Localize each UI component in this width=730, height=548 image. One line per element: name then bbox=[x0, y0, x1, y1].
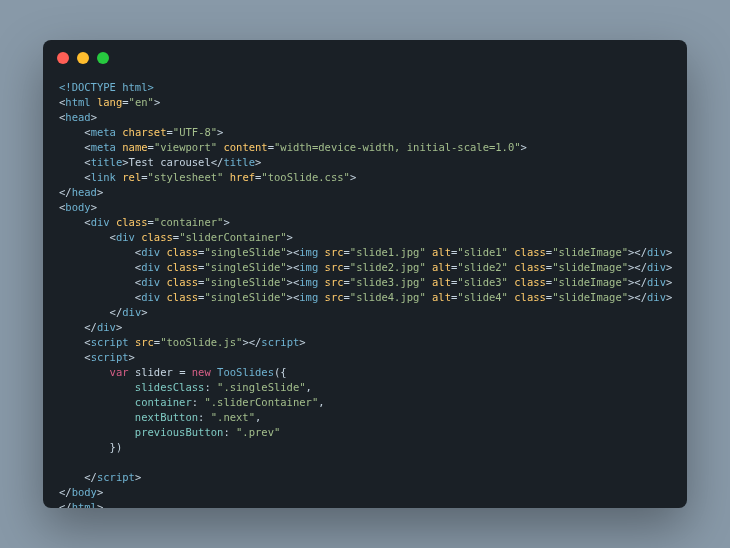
code-window: <!DOCTYPE html> <html lang="en"> <head> … bbox=[43, 40, 687, 508]
code-token: "slideImage" bbox=[552, 291, 628, 303]
code-token: div bbox=[141, 276, 160, 288]
code-token: <!DOCTYPE html> bbox=[59, 81, 154, 93]
code-token: class bbox=[166, 276, 198, 288]
code-token: "slideImage" bbox=[552, 261, 628, 273]
minimize-icon[interactable] bbox=[77, 52, 89, 64]
code-token: "tooSlide.js" bbox=[160, 336, 242, 348]
code-token: ".next" bbox=[211, 411, 255, 423]
code-token: title bbox=[223, 156, 255, 168]
code-token: "singleSlide" bbox=[204, 276, 286, 288]
code-token: name bbox=[122, 141, 147, 153]
code-token: meta bbox=[91, 141, 116, 153]
code-token: "UTF-8" bbox=[173, 126, 217, 138]
code-token: "slide1.jpg" bbox=[350, 246, 426, 258]
code-token: src bbox=[325, 246, 344, 258]
code-token: div bbox=[647, 261, 666, 273]
code-token: "en" bbox=[129, 96, 154, 108]
code-token: rel bbox=[122, 171, 141, 183]
code-token: img bbox=[299, 276, 318, 288]
code-token: Test carousel bbox=[129, 156, 211, 168]
code-token: class bbox=[166, 261, 198, 273]
code-token: script bbox=[261, 336, 299, 348]
code-token: script bbox=[97, 471, 135, 483]
code-token: "singleSlide" bbox=[204, 246, 286, 258]
code-token: "sliderContainer" bbox=[179, 231, 286, 243]
code-token: class bbox=[514, 246, 546, 258]
code-token: "container" bbox=[154, 216, 224, 228]
zoom-icon[interactable] bbox=[97, 52, 109, 64]
code-token: "stylesheet" bbox=[148, 171, 224, 183]
code-token: "width=device-width, initial-scale=1.0" bbox=[274, 141, 521, 153]
code-token: meta bbox=[91, 126, 116, 138]
code-token: div bbox=[116, 231, 135, 243]
code-token: "slide4" bbox=[457, 291, 508, 303]
code-token: link bbox=[91, 171, 116, 183]
code-token: src bbox=[325, 291, 344, 303]
code-token: body bbox=[65, 201, 90, 213]
code-token: content bbox=[223, 141, 267, 153]
code-token: ".sliderContainer" bbox=[204, 396, 318, 408]
code-token: src bbox=[135, 336, 154, 348]
code-token: slider bbox=[135, 366, 173, 378]
code-token: charset bbox=[122, 126, 166, 138]
code-token: title bbox=[91, 156, 123, 168]
code-token: "singleSlide" bbox=[204, 261, 286, 273]
code-token: TooSlides bbox=[217, 366, 274, 378]
code-token: class bbox=[514, 261, 546, 273]
code-token: img bbox=[299, 246, 318, 258]
code-token: div bbox=[91, 216, 110, 228]
code-content: <!DOCTYPE html> <html lang="en"> <head> … bbox=[43, 40, 687, 508]
code-token: alt bbox=[432, 246, 451, 258]
code-token: div bbox=[647, 291, 666, 303]
code-token: div bbox=[647, 276, 666, 288]
code-token: "tooSlide.css" bbox=[261, 171, 350, 183]
code-token: img bbox=[299, 261, 318, 273]
code-token: div bbox=[97, 321, 116, 333]
code-token: head bbox=[65, 111, 90, 123]
code-token: alt bbox=[432, 261, 451, 273]
code-token: script bbox=[91, 351, 129, 363]
code-token: class bbox=[166, 291, 198, 303]
code-token: class bbox=[116, 216, 148, 228]
code-token: class bbox=[166, 246, 198, 258]
code-token: html bbox=[65, 96, 90, 108]
code-token: nextButton bbox=[135, 411, 198, 423]
code-token: head bbox=[72, 186, 97, 198]
code-token: "slide3.jpg" bbox=[350, 276, 426, 288]
code-token: "slideImage" bbox=[552, 276, 628, 288]
code-token: img bbox=[299, 291, 318, 303]
code-token: src bbox=[325, 276, 344, 288]
code-token: "slide2" bbox=[457, 261, 508, 273]
code-token: div bbox=[141, 291, 160, 303]
code-token: lang bbox=[97, 96, 122, 108]
code-token: "slide2.jpg" bbox=[350, 261, 426, 273]
code-token: alt bbox=[432, 276, 451, 288]
code-token: div bbox=[122, 306, 141, 318]
code-token: "slide3" bbox=[457, 276, 508, 288]
code-token: href bbox=[230, 171, 255, 183]
code-token: class bbox=[141, 231, 173, 243]
code-token: src bbox=[325, 261, 344, 273]
code-token: class bbox=[514, 276, 546, 288]
code-token: ".singleSlide" bbox=[217, 381, 306, 393]
code-token: html bbox=[72, 501, 97, 508]
code-token: alt bbox=[432, 291, 451, 303]
code-token: slidesClass bbox=[135, 381, 205, 393]
code-token: script bbox=[91, 336, 129, 348]
code-token: "slide4.jpg" bbox=[350, 291, 426, 303]
code-token: body bbox=[72, 486, 97, 498]
code-token: class bbox=[514, 291, 546, 303]
close-icon[interactable] bbox=[57, 52, 69, 64]
code-token: new bbox=[192, 366, 211, 378]
code-token: previousButton bbox=[135, 426, 224, 438]
code-token: "singleSlide" bbox=[204, 291, 286, 303]
code-token: "viewport" bbox=[154, 141, 217, 153]
code-token: var bbox=[110, 366, 129, 378]
window-controls bbox=[57, 52, 109, 64]
code-token: "slideImage" bbox=[552, 246, 628, 258]
code-token: div bbox=[141, 261, 160, 273]
code-token: div bbox=[647, 246, 666, 258]
code-token: container bbox=[135, 396, 192, 408]
code-token: "slide1" bbox=[457, 246, 508, 258]
code-token: div bbox=[141, 246, 160, 258]
